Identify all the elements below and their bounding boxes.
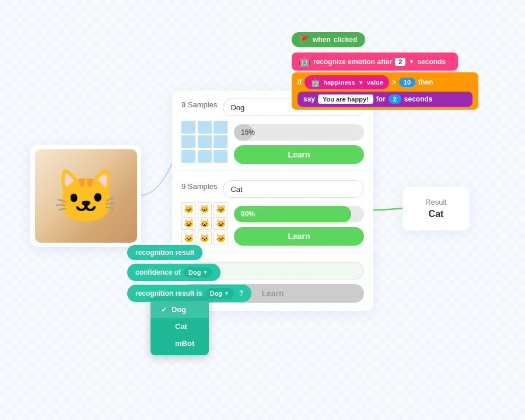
gt-label: > — [392, 78, 396, 86]
cat-sample-cell: 🐱 — [214, 202, 228, 215]
recognition-result-block[interactable]: recognition result — [127, 245, 202, 260]
cat-sample-cell: 🐱 — [181, 217, 195, 230]
seconds-value: 2 — [395, 58, 405, 66]
dropdown-item-cat[interactable]: Cat — [150, 318, 209, 335]
dog-sample-grid — [181, 121, 228, 163]
if-label: if — [298, 78, 302, 86]
cat-sample-cell: 🐱 — [198, 232, 212, 244]
recognition-result-label: recognition result — [135, 249, 194, 257]
result-is-dropdown-arrow: ▼ — [224, 290, 229, 296]
recognize-label: recognize emotion after — [313, 58, 392, 66]
dog-sample-cell — [214, 135, 228, 148]
dog-sample-cell — [214, 121, 228, 134]
confidence-block[interactable]: confidence of Dog ▼ — [127, 264, 220, 281]
result-label: Result — [425, 198, 447, 206]
dog-samples-label: 9 Samples — [181, 100, 217, 109]
threshold-value: 10 — [399, 78, 415, 87]
happiness-label: happiness — [323, 79, 355, 86]
dog-learn-button[interactable]: Learn — [234, 145, 364, 164]
dropdown-dog-label: Dog — [172, 305, 186, 314]
when-clicked-block[interactable]: 🚩 when clicked — [292, 32, 365, 47]
cat-photo — [35, 149, 137, 243]
cat-progress-text: 90% — [241, 210, 255, 218]
cat-sample-cell: 🐱 — [181, 202, 195, 215]
seconds-label: seconds — [417, 58, 446, 66]
confidence-label: confidence of — [135, 268, 181, 276]
dog-sample-cell — [214, 150, 228, 163]
for-seconds: seconds — [404, 95, 433, 103]
dog-sample-cell — [181, 121, 195, 134]
cat-learn-button[interactable]: Learn — [234, 227, 364, 246]
recognition-blocks-panel: recognition result confidence of Dog ▼ r… — [127, 245, 273, 306]
say-text: You are happy! — [318, 94, 373, 104]
cat-class-input[interactable] — [223, 180, 364, 198]
question-mark: ? — [239, 289, 243, 298]
flag-clicked-label: clicked — [334, 36, 358, 44]
dog-sample-cell — [198, 150, 212, 163]
confidence-class-label: Dog — [188, 269, 201, 276]
for-value: 2 — [388, 94, 401, 104]
cat-progress-fill: 90% — [234, 206, 351, 222]
then-label: then — [418, 78, 433, 86]
dog-progress-fill: 15% — [234, 124, 253, 141]
dog-sample-cell — [198, 135, 212, 148]
cat-progress-bar: 90% — [234, 206, 364, 222]
cat-sample-cell: 🐱 — [181, 232, 195, 244]
result-is-class-dropdown[interactable]: Dog ▼ — [205, 288, 234, 299]
cat-samples-label: 9 Samples — [181, 182, 217, 191]
cat-sample-cell: 🐱 — [198, 217, 212, 230]
dropdown-cat-label: Cat — [175, 322, 187, 331]
result-card: Result Cat — [402, 187, 470, 230]
cat-image-card — [30, 145, 141, 247]
dog-progress-text: 15% — [241, 128, 255, 136]
cat-sample-cell: 🐱 — [214, 232, 228, 244]
dropdown-item-dog[interactable]: ✓ Dog — [150, 301, 209, 318]
say-label: say — [303, 95, 315, 103]
dropdown-mbot-label: mBot — [175, 339, 194, 348]
result-is-class-label: Dog — [210, 290, 222, 297]
dog-sample-cell — [198, 121, 212, 134]
for-label: for — [376, 95, 386, 103]
confidence-class-dropdown[interactable]: Dog ▼ — [184, 267, 212, 278]
cat-sample-cell: 🐱 — [214, 217, 228, 230]
recognition-result-is-label: recognition result is — [135, 289, 202, 298]
dropdown-item-mbot[interactable]: mBot — [150, 335, 209, 352]
when-label: when — [313, 36, 331, 44]
cat-sample-cell: 🐱 — [198, 202, 212, 215]
dog-sample-cell — [181, 150, 195, 163]
cat-sample-grid: 🐱 🐱 🐱 🐱 🐱 🐱 🐱 🐱 🐱 — [181, 202, 228, 244]
result-value: Cat — [429, 209, 444, 219]
dog-sample-cell — [181, 135, 195, 148]
dog-progress-bar: 15% — [234, 124, 364, 141]
value-label: value — [367, 79, 383, 86]
scratch-blocks-panel: 🚩 when clicked 🤖 recognize emotion after… — [292, 32, 478, 111]
dog-checkmark: ✓ — [161, 306, 167, 314]
confidence-dropdown-arrow: ▼ — [202, 270, 208, 275]
class-dropdown-menu: ✓ Dog Cat mBot — [150, 298, 209, 355]
